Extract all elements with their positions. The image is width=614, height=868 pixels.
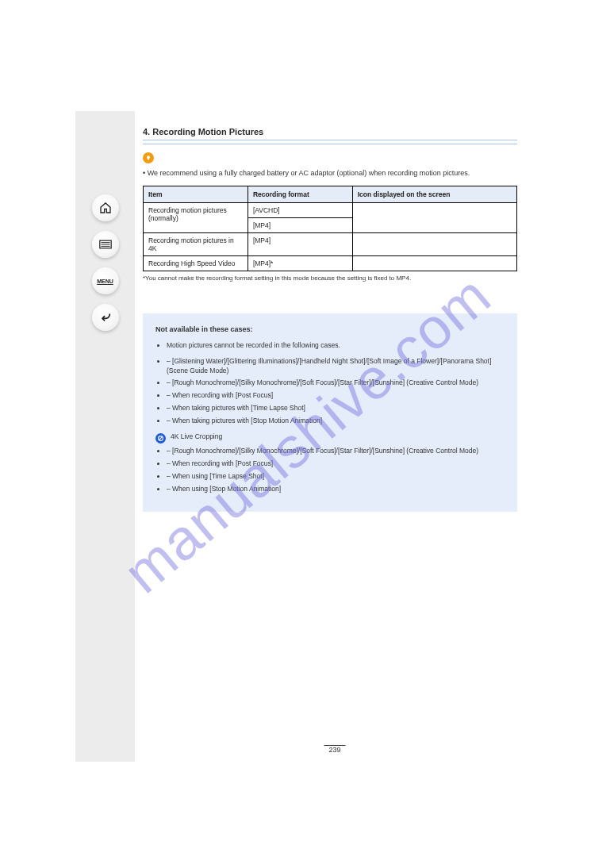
svg-rect-5 (148, 159, 149, 160)
table-header: Icon displayed on the screen (352, 186, 516, 203)
list-item: When taking pictures with [Stop Motion A… (167, 417, 505, 426)
table-cell: Recording High Speed Video (144, 256, 248, 271)
info-row: 4K Live Cropping (155, 432, 505, 444)
info-box: Not available in these cases: Motion pic… (143, 313, 517, 511)
list-item: When using [Time Lapse Shot] (167, 472, 505, 482)
table-cell: [MP4]* (248, 256, 352, 271)
info-title: Not available in these cases: (155, 325, 505, 335)
tip-row (143, 152, 517, 163)
lightbulb-icon (143, 152, 154, 163)
format-table: Item Recording format Icon displayed on … (143, 186, 517, 271)
table-header: Recording format (248, 186, 352, 203)
page-title: 4. Recording Motion Pictures (143, 127, 517, 136)
svg-point-4 (147, 156, 150, 159)
back-button[interactable] (92, 304, 119, 331)
list-item: [Glistening Water]/[Glittering Illuminat… (167, 357, 505, 376)
info-list: Motion pictures cannot be recorded in th… (155, 341, 505, 351)
divider (143, 144, 517, 144)
table-note: *You cannot make the recording format se… (143, 275, 517, 282)
page-number: 239 (324, 745, 345, 754)
list-item: When taking pictures with [Time Lapse Sh… (167, 404, 505, 413)
table-cell: [AVCHD] (248, 203, 352, 218)
table-cell: [MP4] (248, 218, 352, 233)
svg-line-7 (159, 436, 163, 440)
sidebar: MENU (75, 111, 135, 762)
back-arrow-icon (99, 312, 112, 323)
table-cell (352, 256, 516, 271)
menu-label: MENU (97, 278, 113, 284)
no-icon (155, 433, 166, 444)
list-item: [Rough Monochrome]/[Silky Monochrome]/[S… (167, 447, 505, 456)
info-blue-label: 4K Live Cropping (171, 432, 222, 442)
list-icon (99, 240, 112, 249)
sub-list-2: [Rough Monochrome]/[Silky Monochrome]/[S… (155, 447, 505, 494)
table-cell (352, 203, 516, 233)
home-button[interactable] (92, 194, 119, 221)
list-item: When using [Stop Motion Animation] (167, 485, 505, 494)
table-cell: Recording motion pictures in 4K (144, 233, 248, 256)
table-cell (352, 233, 516, 256)
tip-text: • We recommend using a fully charged bat… (143, 168, 517, 178)
list-item: Motion pictures cannot be recorded in th… (167, 341, 505, 351)
list-item: When recording with [Post Focus] (167, 391, 505, 401)
list-item: [Rough Monochrome]/[Silky Monochrome]/[S… (167, 378, 505, 388)
sub-list: [Glistening Water]/[Glittering Illuminat… (155, 357, 505, 426)
home-icon (99, 202, 112, 214)
table-header: Item (144, 186, 248, 203)
table-cell: Recording motion pictures (normally) (144, 203, 248, 233)
menu-button[interactable]: MENU (92, 267, 119, 294)
page-content: 4. Recording Motion Pictures • We recomm… (135, 111, 535, 762)
table-cell: [MP4] (248, 233, 352, 256)
divider (143, 140, 517, 140)
list-item: When recording with [Post Focus] (167, 459, 505, 469)
list-button[interactable] (92, 231, 119, 258)
